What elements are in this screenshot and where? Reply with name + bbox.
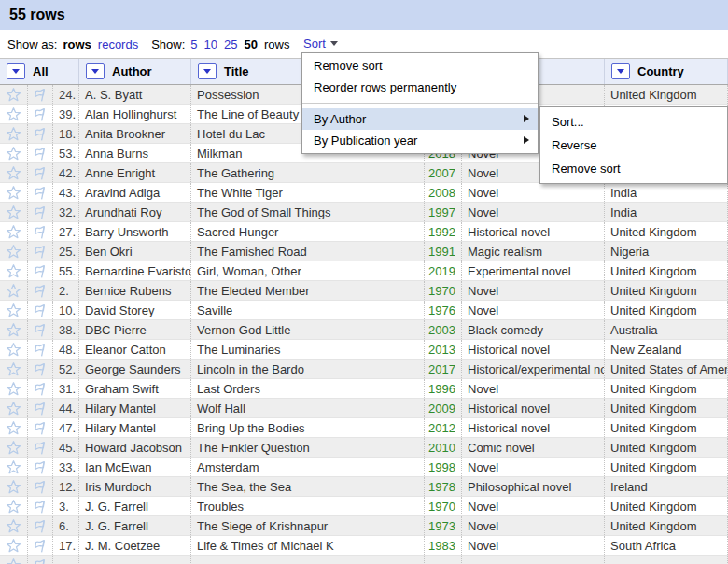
flag-icon[interactable] bbox=[33, 322, 49, 338]
flag-icon[interactable] bbox=[33, 283, 49, 299]
submenu-item[interactable]: Reverse bbox=[540, 134, 727, 157]
genre-cell: Novel bbox=[462, 379, 605, 398]
star-icon[interactable] bbox=[6, 106, 21, 122]
page-size-50-selected[interactable]: 50 bbox=[245, 37, 258, 51]
flag-icon[interactable] bbox=[33, 401, 49, 416]
flag-icon[interactable] bbox=[33, 361, 49, 377]
submenu-item[interactable]: Remove sort bbox=[540, 157, 727, 180]
author-cell: Ian McEwan bbox=[79, 458, 191, 476]
star-cell bbox=[0, 536, 28, 555]
flag-icon[interactable] bbox=[33, 146, 49, 162]
show-as-records-link[interactable]: records bbox=[98, 37, 138, 51]
country-cell: United Kingdom bbox=[605, 438, 728, 457]
flag-icon[interactable] bbox=[33, 303, 49, 318]
star-icon[interactable] bbox=[6, 420, 21, 436]
star-cell bbox=[0, 320, 28, 339]
row-number: 27. bbox=[53, 222, 79, 241]
year-cell: 1998 bbox=[425, 458, 462, 476]
table-row: 33. Ian McEwan Amsterdam 1998 Novel Unit… bbox=[0, 458, 728, 477]
star-icon[interactable] bbox=[6, 244, 21, 260]
flag-cell bbox=[28, 222, 53, 241]
submenu-item[interactable]: Sort... bbox=[540, 110, 727, 134]
star-cell bbox=[0, 105, 28, 123]
menu-item[interactable]: Remove sort bbox=[302, 55, 538, 77]
star-icon[interactable] bbox=[6, 87, 21, 103]
star-icon[interactable] bbox=[6, 381, 21, 397]
flag-icon[interactable] bbox=[33, 204, 49, 220]
star-cell bbox=[0, 183, 28, 202]
column-dropdown-icon[interactable] bbox=[198, 63, 217, 79]
title-cell: Life & Times of Michael K bbox=[191, 536, 425, 555]
star-icon[interactable] bbox=[6, 224, 21, 240]
row-number bbox=[53, 556, 79, 564]
flag-icon[interactable] bbox=[33, 459, 49, 475]
flag-icon[interactable] bbox=[33, 518, 49, 534]
star-icon[interactable] bbox=[6, 185, 21, 201]
flag-icon[interactable] bbox=[33, 479, 49, 495]
title-bar: 55 rows bbox=[0, 0, 728, 30]
star-icon[interactable] bbox=[6, 459, 21, 475]
year-cell: 1983 bbox=[425, 536, 462, 555]
flag-icon[interactable] bbox=[33, 440, 49, 456]
column-header-all: All bbox=[0, 59, 79, 84]
year-cell: 2008 bbox=[425, 183, 462, 202]
column-dropdown-icon[interactable] bbox=[86, 63, 105, 79]
genre-cell: Novel bbox=[462, 497, 605, 515]
page-size-25-link[interactable]: 25 bbox=[224, 37, 237, 51]
flag-icon[interactable] bbox=[33, 185, 49, 201]
star-icon[interactable] bbox=[6, 263, 21, 279]
star-icon[interactable] bbox=[6, 126, 21, 142]
page-size-suffix: rows bbox=[264, 37, 289, 51]
row-number: 53. bbox=[53, 144, 79, 162]
star-icon[interactable] bbox=[6, 479, 21, 495]
flag-icon[interactable] bbox=[33, 244, 49, 260]
flag-icon[interactable] bbox=[33, 263, 49, 279]
star-icon[interactable] bbox=[6, 165, 21, 181]
star-cell bbox=[0, 242, 28, 261]
flag-icon[interactable] bbox=[33, 420, 49, 436]
column-dropdown-icon[interactable] bbox=[7, 63, 25, 79]
star-icon[interactable] bbox=[6, 146, 21, 162]
flag-icon[interactable] bbox=[33, 224, 49, 240]
star-icon[interactable] bbox=[6, 538, 21, 554]
page-size-10-link[interactable]: 10 bbox=[204, 37, 217, 51]
flag-icon[interactable] bbox=[33, 126, 49, 142]
flag-cell bbox=[28, 340, 53, 359]
sort-menu-button[interactable]: Sort bbox=[303, 36, 338, 50]
star-icon[interactable] bbox=[6, 440, 21, 456]
star-icon[interactable] bbox=[6, 557, 21, 564]
star-icon[interactable] bbox=[6, 361, 21, 377]
author-cell: Hilary Mantel bbox=[79, 399, 191, 417]
star-icon[interactable] bbox=[6, 342, 21, 358]
author-cell: George Saunders bbox=[79, 360, 191, 378]
flag-icon[interactable] bbox=[33, 538, 49, 554]
flag-icon[interactable] bbox=[33, 499, 49, 515]
star-cell bbox=[0, 556, 28, 564]
star-icon[interactable] bbox=[6, 204, 21, 220]
star-icon[interactable] bbox=[6, 518, 21, 534]
star-icon[interactable] bbox=[6, 322, 21, 338]
year-cell: 1992 bbox=[425, 222, 462, 241]
title-cell: The Finkler Question bbox=[191, 438, 425, 457]
menu-item[interactable]: By Publication year bbox=[302, 130, 538, 151]
menu-item[interactable]: Reorder rows permanently bbox=[302, 77, 538, 98]
author-cell: Iris Murdoch bbox=[79, 477, 191, 496]
star-icon[interactable] bbox=[6, 283, 21, 299]
table-row: 17. J. M. Coetzee Life & Times of Michae… bbox=[0, 536, 728, 556]
star-icon[interactable] bbox=[6, 303, 21, 318]
flag-icon[interactable] bbox=[33, 87, 49, 103]
flag-icon[interactable] bbox=[33, 342, 49, 358]
flag-icon[interactable] bbox=[33, 381, 49, 397]
menu-item[interactable]: By Author bbox=[302, 108, 538, 130]
row-number: 32. bbox=[53, 203, 79, 221]
column-dropdown-icon[interactable] bbox=[611, 63, 630, 79]
show-as-rows-option[interactable]: rows bbox=[63, 37, 91, 51]
star-icon[interactable] bbox=[6, 401, 21, 416]
star-icon[interactable] bbox=[6, 499, 21, 515]
flag-icon[interactable] bbox=[33, 165, 49, 181]
page-size-5-link[interactable]: 5 bbox=[190, 37, 197, 51]
genre-cell: Historical novel bbox=[462, 222, 605, 241]
country-cell: United Kingdom bbox=[605, 516, 728, 535]
flag-icon[interactable] bbox=[33, 106, 49, 122]
flag-icon[interactable] bbox=[33, 557, 49, 564]
